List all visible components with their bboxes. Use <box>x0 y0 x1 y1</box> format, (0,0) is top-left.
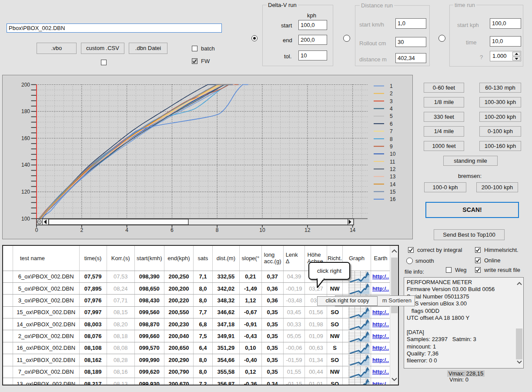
svg-text:6: 6 <box>171 227 174 233</box>
svg-text:2: 2 <box>80 227 83 233</box>
svg-text:9: 9 <box>390 144 393 150</box>
svg-text:14: 14 <box>390 181 396 188</box>
svg-text:10: 10 <box>390 151 396 157</box>
svg-text:13: 13 <box>390 174 396 180</box>
svg-text:7: 7 <box>390 128 393 134</box>
svg-text:180: 180 <box>21 108 30 114</box>
svg-text:4: 4 <box>390 106 393 112</box>
svg-text:200: 200 <box>21 82 30 88</box>
svg-text:15: 15 <box>390 189 396 195</box>
svg-text:120: 120 <box>21 189 30 195</box>
svg-text:3: 3 <box>390 98 393 104</box>
svg-text:12: 12 <box>304 227 311 233</box>
svg-text:1: 1 <box>390 83 393 89</box>
svg-text:14: 14 <box>350 227 356 233</box>
svg-text:6: 6 <box>390 121 393 127</box>
svg-text:8: 8 <box>216 227 219 233</box>
svg-text:8: 8 <box>390 136 393 142</box>
svg-text:4: 4 <box>125 227 128 233</box>
svg-text:2: 2 <box>390 90 393 97</box>
svg-text:0: 0 <box>35 227 38 233</box>
svg-text:16: 16 <box>390 196 396 202</box>
svg-text:11: 11 <box>390 159 395 165</box>
svg-text:10: 10 <box>259 227 265 233</box>
svg-text:160: 160 <box>21 135 30 141</box>
svg-text:100: 100 <box>21 216 30 222</box>
svg-text:12: 12 <box>390 166 396 172</box>
svg-text:140: 140 <box>21 162 30 168</box>
svg-text:5: 5 <box>390 113 393 119</box>
